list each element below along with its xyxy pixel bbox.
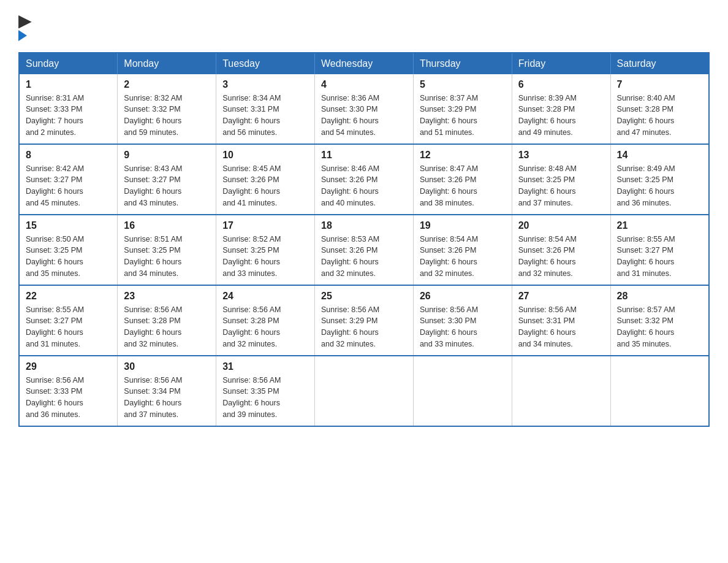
day-cell: 11 Sunrise: 8:46 AMSunset: 3:26 PMDaylig… [315, 144, 414, 215]
day-info: Sunrise: 8:54 AMSunset: 3:26 PMDaylight:… [518, 235, 577, 278]
day-cell [315, 356, 414, 426]
day-cell: 30 Sunrise: 8:56 AMSunset: 3:34 PMDaylig… [118, 356, 216, 426]
day-info: Sunrise: 8:46 AMSunset: 3:26 PMDaylight:… [321, 164, 379, 207]
day-number: 22 [26, 291, 111, 302]
weekday-header-tuesday: Tuesday [216, 53, 315, 74]
day-cell: 25 Sunrise: 8:56 AMSunset: 3:29 PMDaylig… [315, 285, 414, 356]
day-cell: 31 Sunrise: 8:56 AMSunset: 3:35 PMDaylig… [216, 356, 315, 426]
day-info: Sunrise: 8:36 AMSunset: 3:30 PMDaylight:… [321, 94, 379, 137]
day-cell: 4 Sunrise: 8:36 AMSunset: 3:30 PMDayligh… [315, 74, 414, 144]
day-info: Sunrise: 8:56 AMSunset: 3:28 PMDaylight:… [222, 305, 281, 348]
day-info: Sunrise: 8:49 AMSunset: 3:25 PMDaylight:… [617, 164, 675, 207]
day-cell: 15 Sunrise: 8:50 AMSunset: 3:25 PMDaylig… [19, 215, 118, 285]
weekday-header-sunday: Sunday [19, 53, 118, 74]
day-cell [610, 356, 709, 426]
weekday-header-friday: Friday [512, 53, 610, 74]
day-info: Sunrise: 8:53 AMSunset: 3:26 PMDaylight:… [321, 235, 379, 278]
day-cell: 17 Sunrise: 8:52 AMSunset: 3:25 PMDaylig… [216, 215, 315, 285]
day-cell: 22 Sunrise: 8:55 AMSunset: 3:27 PMDaylig… [19, 285, 118, 356]
weekday-header-monday: Monday [118, 53, 216, 74]
weekday-header-wednesday: Wednesday [315, 53, 414, 74]
logo-blue [18, 30, 29, 41]
day-cell: 19 Sunrise: 8:54 AMSunset: 3:26 PMDaylig… [413, 215, 512, 285]
day-number: 21 [617, 220, 702, 231]
day-info: Sunrise: 8:47 AMSunset: 3:26 PMDaylight:… [420, 164, 478, 207]
day-cell: 20 Sunrise: 8:54 AMSunset: 3:26 PMDaylig… [512, 215, 610, 285]
day-number: 5 [420, 79, 506, 90]
day-cell: 3 Sunrise: 8:34 AMSunset: 3:31 PMDayligh… [216, 74, 315, 144]
day-info: Sunrise: 8:56 AMSunset: 3:35 PMDaylight:… [222, 376, 281, 419]
day-number: 11 [321, 150, 407, 161]
day-number: 20 [518, 220, 604, 231]
day-info: Sunrise: 8:56 AMSunset: 3:30 PMDaylight:… [420, 305, 478, 348]
day-cell: 23 Sunrise: 8:56 AMSunset: 3:28 PMDaylig… [118, 285, 216, 356]
day-number: 16 [124, 220, 210, 231]
day-info: Sunrise: 8:55 AMSunset: 3:27 PMDaylight:… [617, 235, 675, 278]
day-cell: 9 Sunrise: 8:43 AMSunset: 3:27 PMDayligh… [118, 144, 216, 215]
week-row-1: 1 Sunrise: 8:31 AMSunset: 3:33 PMDayligh… [19, 74, 709, 144]
day-cell: 29 Sunrise: 8:56 AMSunset: 3:33 PMDaylig… [19, 356, 118, 426]
day-info: Sunrise: 8:54 AMSunset: 3:26 PMDaylight:… [420, 235, 478, 278]
day-number: 4 [321, 79, 407, 90]
day-info: Sunrise: 8:56 AMSunset: 3:29 PMDaylight:… [321, 305, 379, 348]
day-info: Sunrise: 8:55 AMSunset: 3:27 PMDaylight:… [26, 305, 84, 348]
day-number: 1 [26, 79, 111, 90]
day-info: Sunrise: 8:52 AMSunset: 3:25 PMDaylight:… [222, 235, 281, 278]
weekday-header-saturday: Saturday [610, 53, 709, 74]
logo: ▶ [18, 12, 31, 41]
day-cell: 8 Sunrise: 8:42 AMSunset: 3:27 PMDayligh… [19, 144, 118, 215]
day-number: 8 [26, 150, 111, 161]
day-info: Sunrise: 8:50 AMSunset: 3:25 PMDaylight:… [26, 235, 84, 278]
day-info: Sunrise: 8:32 AMSunset: 3:32 PMDaylight:… [124, 94, 182, 137]
day-cell: 1 Sunrise: 8:31 AMSunset: 3:33 PMDayligh… [19, 74, 118, 144]
week-row-5: 29 Sunrise: 8:56 AMSunset: 3:33 PMDaylig… [19, 356, 709, 426]
day-number: 30 [124, 361, 210, 372]
day-info: Sunrise: 8:37 AMSunset: 3:29 PMDaylight:… [420, 94, 478, 137]
day-number: 14 [617, 150, 702, 161]
day-cell: 27 Sunrise: 8:56 AMSunset: 3:31 PMDaylig… [512, 285, 610, 356]
day-cell: 2 Sunrise: 8:32 AMSunset: 3:32 PMDayligh… [118, 74, 216, 144]
day-number: 2 [124, 79, 210, 90]
day-info: Sunrise: 8:56 AMSunset: 3:28 PMDaylight:… [124, 305, 182, 348]
day-number: 19 [420, 220, 506, 231]
day-number: 17 [222, 220, 308, 231]
day-number: 18 [321, 220, 407, 231]
day-number: 28 [617, 291, 702, 302]
day-info: Sunrise: 8:45 AMSunset: 3:26 PMDaylight:… [222, 164, 281, 207]
week-row-2: 8 Sunrise: 8:42 AMSunset: 3:27 PMDayligh… [19, 144, 709, 215]
day-number: 13 [518, 150, 604, 161]
day-number: 3 [222, 79, 308, 90]
day-info: Sunrise: 8:56 AMSunset: 3:31 PMDaylight:… [518, 305, 577, 348]
day-info: Sunrise: 8:57 AMSunset: 3:32 PMDaylight:… [617, 305, 675, 348]
day-number: 7 [617, 79, 702, 90]
day-cell: 13 Sunrise: 8:48 AMSunset: 3:25 PMDaylig… [512, 144, 610, 215]
week-row-3: 15 Sunrise: 8:50 AMSunset: 3:25 PMDaylig… [19, 215, 709, 285]
calendar-table: SundayMondayTuesdayWednesdayThursdayFrid… [18, 52, 710, 427]
day-info: Sunrise: 8:56 AMSunset: 3:33 PMDaylight:… [26, 376, 84, 419]
day-cell: 7 Sunrise: 8:40 AMSunset: 3:28 PMDayligh… [610, 74, 709, 144]
day-cell: 21 Sunrise: 8:55 AMSunset: 3:27 PMDaylig… [610, 215, 709, 285]
weekday-header-thursday: Thursday [413, 53, 512, 74]
day-number: 31 [222, 361, 308, 372]
day-number: 6 [518, 79, 604, 90]
logo-triangle-icon [18, 30, 27, 41]
day-cell: 26 Sunrise: 8:56 AMSunset: 3:30 PMDaylig… [413, 285, 512, 356]
day-cell: 28 Sunrise: 8:57 AMSunset: 3:32 PMDaylig… [610, 285, 709, 356]
day-number: 26 [420, 291, 506, 302]
day-number: 12 [420, 150, 506, 161]
day-number: 9 [124, 150, 210, 161]
day-number: 27 [518, 291, 604, 302]
day-cell: 16 Sunrise: 8:51 AMSunset: 3:25 PMDaylig… [118, 215, 216, 285]
day-cell [512, 356, 610, 426]
day-cell: 12 Sunrise: 8:47 AMSunset: 3:26 PMDaylig… [413, 144, 512, 215]
day-cell [413, 356, 512, 426]
day-info: Sunrise: 8:43 AMSunset: 3:27 PMDaylight:… [124, 164, 182, 207]
day-cell: 6 Sunrise: 8:39 AMSunset: 3:28 PMDayligh… [512, 74, 610, 144]
day-number: 25 [321, 291, 407, 302]
day-number: 15 [26, 220, 111, 231]
day-info: Sunrise: 8:51 AMSunset: 3:25 PMDaylight:… [124, 235, 182, 278]
day-info: Sunrise: 8:40 AMSunset: 3:28 PMDaylight:… [617, 94, 675, 137]
week-row-4: 22 Sunrise: 8:55 AMSunset: 3:27 PMDaylig… [19, 285, 709, 356]
day-cell: 10 Sunrise: 8:45 AMSunset: 3:26 PMDaylig… [216, 144, 315, 215]
day-info: Sunrise: 8:48 AMSunset: 3:25 PMDaylight:… [518, 164, 577, 207]
